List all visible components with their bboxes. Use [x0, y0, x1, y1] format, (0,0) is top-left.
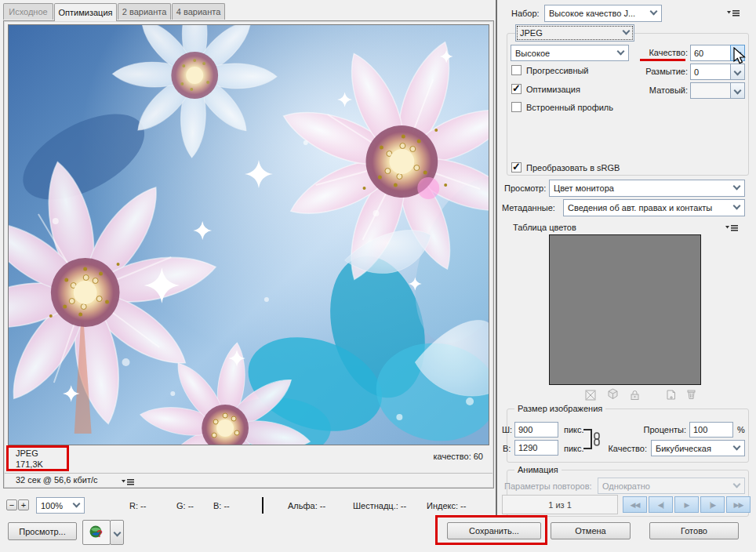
color-table-swatches[interactable] [549, 234, 701, 385]
preview-image[interactable] [8, 24, 489, 445]
srgb-label: Преобразовать в sRGB [526, 163, 620, 172]
matte-label: Матовый: [641, 85, 688, 95]
fast-forward-icon: ▶▶ [734, 501, 743, 509]
preset-label: Набор: [511, 9, 540, 18]
optimize-menu-icon[interactable] [726, 9, 740, 18]
delete-color-icon[interactable] [685, 388, 697, 400]
preview-pane: JPEG 171,3K 32 сек @ 56,6 кбит/с качеств… [3, 20, 494, 488]
flower-artwork-image [9, 25, 489, 445]
download-speed-menu-icon[interactable] [121, 478, 135, 487]
width-px-label: пикс. [564, 425, 584, 434]
height-input[interactable]: 1290 [514, 440, 558, 456]
new-color-icon[interactable] [665, 389, 677, 401]
lock-color-icon[interactable] [629, 389, 641, 401]
zoom-level-select[interactable]: 100% [36, 497, 85, 514]
first-frame-button[interactable]: ◀◀ [623, 496, 647, 513]
chevron-down-icon [734, 68, 742, 76]
web-shift-cube-icon[interactable] [607, 388, 619, 400]
index-readout: Индекс: -- [427, 501, 466, 510]
annotation-underline-quality [640, 59, 685, 61]
save-for-web-dialog: Исходное Оптимизация 2 варианта 4 вариан… [0, 0, 756, 552]
chevron-down-icon [733, 202, 741, 210]
chevron-down-icon [623, 27, 631, 35]
zoom-in-button[interactable]: + [18, 499, 29, 510]
embedded-profile-label: Встроенный профиль [526, 103, 613, 112]
compression-select[interactable]: Высокое [511, 45, 629, 61]
tab-2up[interactable]: 2 варианта [118, 3, 171, 20]
optimized-checkbox[interactable] [511, 84, 522, 94]
height-label: В: [503, 444, 511, 453]
quality-readout: качество: 60 [433, 452, 483, 461]
cancel-button[interactable]: Отмена [551, 522, 631, 539]
animation-title: Анимация [514, 465, 562, 474]
chevron-down-icon [617, 47, 625, 55]
svg-text:?: ? [96, 528, 103, 539]
tab-original[interactable]: Исходное [3, 3, 53, 20]
play-icon: ▶ [685, 501, 689, 509]
play-button[interactable]: ▶ [674, 496, 699, 513]
height-px-label: пикс. [564, 444, 584, 453]
hex-readout: Шестнадц.: -- [353, 501, 406, 510]
readout-divider [262, 497, 264, 514]
preset-select[interactable]: Высокое качество J... [544, 5, 662, 22]
zoom-out-button[interactable]: − [6, 499, 17, 510]
browser-icon-button[interactable]: ? [82, 520, 111, 545]
map-transparency-icon[interactable] [585, 390, 597, 401]
rewind-icon: ◀◀ [631, 501, 640, 509]
chain-link-icon[interactable] [593, 432, 601, 446]
chevron-down-icon [113, 528, 121, 536]
blur-label: Размытие: [641, 67, 688, 76]
download-time-readout: 32 сек @ 56,6 кбит/с [16, 475, 98, 485]
percent-input[interactable]: 100 [689, 422, 733, 438]
done-button[interactable]: Готово [649, 522, 739, 539]
blur-input[interactable]: 0 [690, 64, 731, 80]
panel-divider [496, 0, 497, 516]
annotation-box-filesize [6, 445, 69, 471]
width-label: Ш: [502, 425, 512, 434]
next-frame-button[interactable]: |▶ [700, 496, 725, 513]
monitor-preview-label: Просмотр: [504, 183, 546, 193]
loop-options-select[interactable]: Однократно [598, 478, 745, 494]
monitor-preview-select[interactable]: Цвет монитора [549, 180, 745, 197]
progressive-checkbox[interactable] [511, 65, 522, 75]
preview-infobar: JPEG 171,3K 32 сек @ 56,6 кбит/с качеств… [5, 447, 492, 487]
chevron-down-icon [734, 87, 742, 95]
annotation-box-save [435, 515, 547, 545]
frame-counter: 1 из 1 [502, 495, 618, 514]
previous-frame-button[interactable]: ◀| [649, 496, 673, 513]
tab-optimized[interactable]: Оптимизация [54, 3, 117, 21]
chevron-down-icon [733, 442, 741, 450]
chevron-down-icon [73, 499, 81, 507]
blur-slider-button[interactable] [730, 64, 745, 80]
b-readout: B: -- [213, 501, 230, 510]
resample-quality-select[interactable]: Бикубическая [651, 440, 745, 456]
embedded-profile-checkbox[interactable] [511, 102, 522, 112]
color-table-menu-icon[interactable] [725, 223, 739, 233]
r-readout: R: -- [129, 501, 146, 510]
percent-unit: % [737, 425, 745, 434]
mouse-cursor [732, 47, 748, 66]
srgb-checkbox[interactable] [511, 162, 522, 172]
chevron-down-icon [733, 183, 741, 191]
quality-input[interactable]: 60 [690, 45, 731, 61]
metadata-select[interactable]: Сведения об авт. правах и контакты [563, 199, 745, 216]
matte-input[interactable] [690, 82, 731, 99]
preview-in-browser-button[interactable]: Просмотр... [8, 522, 77, 540]
browser-select-chevron[interactable] [110, 520, 124, 545]
last-frame-button[interactable]: ▶▶ [726, 496, 751, 513]
quality-label: Качество: [641, 48, 688, 57]
format-select[interactable]: JPEG [515, 24, 634, 42]
browser-globe-icon: ? [89, 525, 104, 540]
alpha-readout: Альфа: -- [288, 501, 325, 510]
metadata-label: Метаданные: [502, 203, 555, 212]
step-forward-icon: |▶ [710, 501, 715, 509]
width-input[interactable]: 900 [514, 422, 558, 438]
color-table-title: Таблица цветов [513, 223, 576, 232]
matte-select-button[interactable] [730, 82, 745, 99]
image-size-title: Размер изображения [514, 404, 605, 413]
link-dimensions-bracket [583, 429, 592, 449]
chevron-down-icon [733, 480, 741, 488]
chevron-down-icon [650, 8, 658, 16]
tab-4up[interactable]: 4 варианта [172, 3, 225, 20]
loop-options-label: Параметры повторов: [504, 481, 592, 491]
